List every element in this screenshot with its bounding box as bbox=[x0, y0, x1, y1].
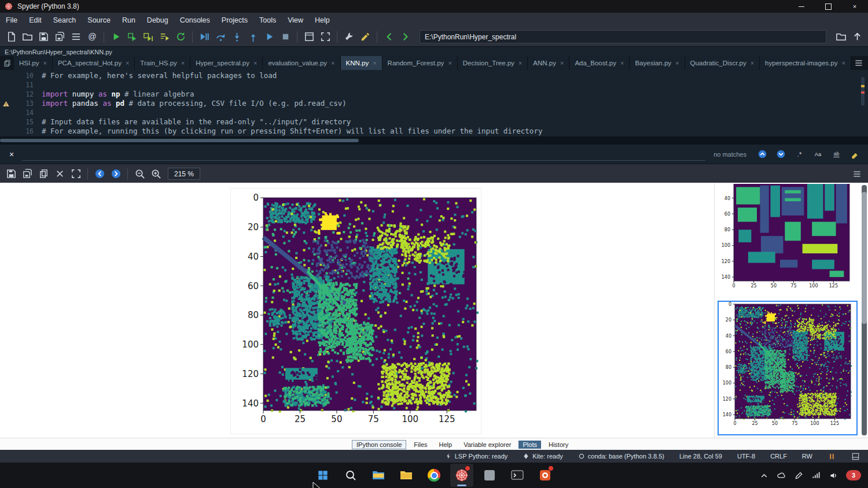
interrupt-kernel-button[interactable] bbox=[827, 452, 836, 461]
close-tab-icon[interactable]: × bbox=[126, 60, 129, 66]
pane-tab-history[interactable]: History bbox=[545, 441, 572, 449]
whole-words-toggle-button[interactable]: ab bbox=[829, 147, 844, 162]
pane-tab-ipython-console[interactable]: IPython console bbox=[352, 440, 406, 449]
menu-tools[interactable]: Tools bbox=[253, 13, 282, 27]
menu-source[interactable]: Source bbox=[82, 13, 116, 27]
menu-projects[interactable]: Projects bbox=[216, 13, 253, 27]
pane-tab-variable-explorer[interactable]: Variable explorer bbox=[459, 441, 515, 449]
editor-hscrollbar-thumb[interactable] bbox=[0, 139, 359, 142]
close-button[interactable]: × bbox=[841, 0, 868, 13]
run-file-button[interactable] bbox=[108, 29, 123, 45]
editor-tab-evaluation_value-py[interactable]: evaluation_value.py× bbox=[263, 56, 340, 70]
regex-toggle-button[interactable]: .* bbox=[792, 147, 807, 162]
previous-match-button[interactable] bbox=[755, 147, 770, 162]
re-run-cell-button[interactable] bbox=[173, 29, 188, 45]
find-input[interactable] bbox=[22, 147, 705, 161]
menu-edit[interactable]: Edit bbox=[23, 13, 47, 27]
new-file-button[interactable] bbox=[3, 29, 19, 45]
editor-tab-bayesian-py[interactable]: Bayesian.py× bbox=[630, 56, 685, 70]
menu-help[interactable]: Help bbox=[309, 13, 336, 27]
pane-tab-help[interactable]: Help bbox=[435, 441, 457, 449]
close-tab-icon[interactable]: × bbox=[518, 60, 522, 66]
taskbar-app-terminal-button[interactable] bbox=[506, 464, 529, 487]
run-cell-button[interactable] bbox=[124, 29, 139, 45]
notification-count-badge[interactable]: 3 bbox=[846, 470, 861, 480]
menu-search[interactable]: Search bbox=[47, 13, 82, 27]
taskbar-file-explorer-button[interactable] bbox=[367, 464, 390, 487]
save-file-button[interactable] bbox=[36, 29, 51, 45]
remove-plot-button[interactable] bbox=[52, 167, 67, 182]
zoom-in-button[interactable] bbox=[148, 167, 163, 182]
editor-tab-pca_spectral_hot-py[interactable]: PCA_spectral_Hot.py× bbox=[53, 56, 135, 70]
step-into-button[interactable] bbox=[229, 29, 244, 45]
editor-tab-hyper_spectral-py[interactable]: Hyper_spectral.py× bbox=[190, 56, 263, 70]
close-tab-icon[interactable]: × bbox=[253, 60, 257, 66]
zoom-level-display[interactable]: 215 % bbox=[168, 168, 200, 180]
menu-debug[interactable]: Debug bbox=[141, 13, 174, 27]
close-tab-icon[interactable]: × bbox=[331, 60, 334, 66]
panel-toggle-button[interactable] bbox=[851, 452, 860, 461]
editor-tab-knn-py[interactable]: KNN.py× bbox=[341, 56, 382, 70]
plot-thumbnail-1[interactable]: 0204060801001201400255075100125 bbox=[718, 184, 856, 296]
tray-chevron-up-button[interactable] bbox=[759, 471, 769, 480]
close-tab-icon[interactable]: × bbox=[43, 60, 47, 66]
save-all-button[interactable] bbox=[52, 29, 67, 45]
taskbar-search-button[interactable] bbox=[339, 464, 362, 487]
plots-vscrollbar-thumb[interactable] bbox=[862, 192, 867, 324]
step-return-button[interactable] bbox=[245, 29, 260, 45]
close-tab-icon[interactable]: × bbox=[675, 60, 679, 66]
maximize-button[interactable] bbox=[815, 0, 841, 13]
pane-tab-files[interactable]: Files bbox=[410, 441, 431, 449]
find-symbol-button[interactable]: @ bbox=[84, 29, 100, 45]
menu-file[interactable]: File bbox=[0, 13, 23, 27]
editor-tab-ada_boost-py[interactable]: Ada_Boost.py× bbox=[569, 56, 630, 70]
back-button[interactable] bbox=[381, 29, 396, 45]
clean-namespace-button[interactable] bbox=[358, 29, 373, 45]
editor-tab-random_forest-py[interactable]: Random_Forest.py× bbox=[382, 56, 458, 70]
save-all-plots-button[interactable] bbox=[20, 167, 35, 182]
close-tab-icon[interactable]: × bbox=[841, 60, 845, 66]
editor-tab-hyperspectral-images-py[interactable]: hyperspectral-images.py× bbox=[760, 56, 851, 70]
tabbar-options-button[interactable] bbox=[852, 56, 866, 70]
editor-tab-ann-py[interactable]: ANN.py× bbox=[528, 56, 569, 70]
taskbar-spyder-button[interactable] bbox=[450, 464, 473, 487]
tray-cloud-button[interactable] bbox=[777, 471, 786, 480]
tray-volume-button[interactable] bbox=[829, 471, 838, 480]
close-tab-icon[interactable]: × bbox=[620, 60, 624, 66]
next-match-button[interactable] bbox=[773, 147, 788, 162]
taskbar-app-orange-button[interactable] bbox=[534, 464, 557, 487]
maximize-pane-button[interactable] bbox=[301, 29, 317, 45]
taskbar-chrome-button[interactable] bbox=[422, 464, 446, 487]
working-directory-input[interactable]: E:\PythonRun\Hyper_spectral bbox=[420, 30, 826, 43]
fullscreen-mode-button[interactable] bbox=[318, 29, 333, 45]
run-cell-advance-button[interactable] bbox=[141, 29, 156, 45]
menu-view[interactable]: View bbox=[282, 13, 309, 27]
taskbar-app-gray-button[interactable] bbox=[478, 464, 501, 487]
menu-run[interactable]: Run bbox=[116, 13, 141, 27]
stop-debugging-button[interactable] bbox=[278, 29, 293, 45]
continue-execution-button[interactable] bbox=[262, 29, 277, 45]
close-tab-icon[interactable]: × bbox=[751, 60, 754, 66]
close-tab-icon[interactable]: × bbox=[181, 60, 185, 66]
file-switcher-button[interactable] bbox=[68, 29, 83, 45]
taskbar-folder-button[interactable] bbox=[395, 464, 418, 487]
preferences-button[interactable] bbox=[341, 29, 356, 45]
close-tab-icon[interactable]: × bbox=[373, 60, 376, 66]
close-search-icon[interactable]: × bbox=[6, 150, 17, 159]
plots-options-button[interactable] bbox=[849, 167, 865, 182]
editor-tab-train_hs-py[interactable]: Train_HS.py× bbox=[135, 56, 190, 70]
code-editor[interactable]: 10# For example, here's several helpful … bbox=[0, 70, 868, 138]
previous-plot-button[interactable] bbox=[92, 167, 107, 182]
editor-tab-quadratic_discr-py[interactable]: Quadratic_Discr.py× bbox=[685, 56, 760, 70]
parent-directory-button[interactable] bbox=[849, 29, 865, 45]
tray-network-button[interactable] bbox=[811, 471, 821, 480]
copy-plot-button[interactable] bbox=[36, 167, 51, 182]
save-plot-button[interactable] bbox=[3, 167, 19, 182]
close-tab-icon[interactable]: × bbox=[560, 60, 564, 66]
open-file-button[interactable] bbox=[20, 29, 35, 45]
zoom-out-button[interactable] bbox=[132, 167, 147, 182]
forward-button[interactable] bbox=[398, 29, 413, 45]
tray-pen-button[interactable] bbox=[794, 471, 804, 480]
plot-thumbnail-2-selected[interactable]: 0204060801001201400255075100125 bbox=[718, 301, 858, 435]
editor-tab-hsi-py[interactable]: HSI.py× bbox=[14, 56, 53, 70]
